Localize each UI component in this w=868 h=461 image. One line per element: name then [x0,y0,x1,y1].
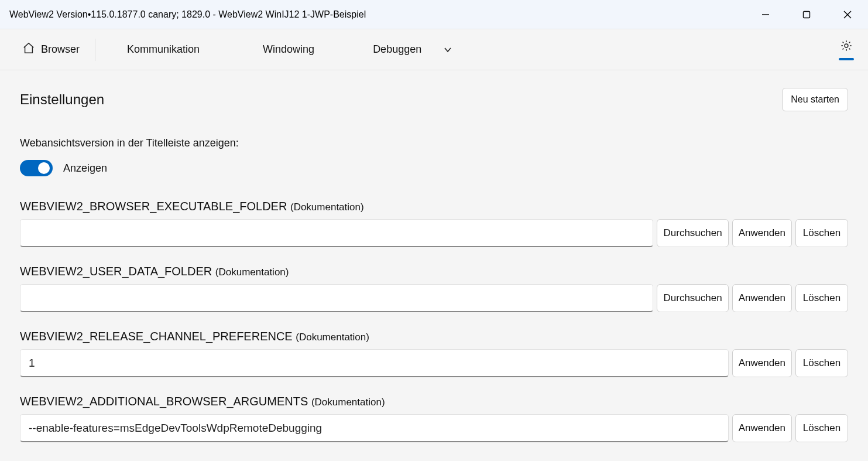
menu-separator [95,39,95,61]
restart-button[interactable]: Neu starten [782,88,848,111]
menu-kommunikation[interactable]: Kommunikation [99,29,228,70]
args-input[interactable] [20,414,729,442]
show-version-toggle-label: Anzeigen [63,162,107,175]
exe-folder-clear-button[interactable]: Löschen [795,219,848,247]
args-clear-button[interactable]: Löschen [795,414,848,442]
svg-rect-1 [804,11,810,18]
doc-link[interactable]: (Dokumentation) [290,202,364,213]
setting-args: WEBVIEW2_ADDITIONAL_BROWSER_ARGUMENTS (D… [20,395,848,442]
chevron-down-icon [444,46,452,54]
menu-kommunikation-label: Kommunikation [127,43,200,56]
user-data-clear-button[interactable]: Löschen [795,284,848,312]
doc-link[interactable]: (Dokumentation) [296,332,369,343]
page-title: Einstellungen [20,91,104,108]
setting-exe-folder-label: WEBVIEW2_BROWSER_EXECUTABLE_FOLDER [20,200,287,213]
show-version-label: Webansichtsversion in der Titelleiste an… [20,137,848,149]
minimize-button[interactable] [745,0,786,29]
release-clear-button[interactable]: Löschen [795,349,848,377]
titlebar: WebView2 Version•115.0.1877.0 canary; 18… [0,0,868,29]
svg-point-4 [845,44,848,47]
menu-debuggen-label: Debuggen [373,43,421,56]
release-input[interactable] [20,349,729,377]
gear-icon [840,39,853,54]
doc-link[interactable]: (Dokumentation) [311,397,385,408]
menu-browser-label: Browser [41,43,80,56]
close-button[interactable] [827,0,868,29]
user-data-browse-button[interactable]: Durchsuchen [657,284,728,312]
setting-args-label: WEBVIEW2_ADDITIONAL_BROWSER_ARGUMENTS [20,395,308,408]
menu-debuggen[interactable]: Debuggen [349,29,475,70]
home-icon [22,42,35,57]
user-data-input[interactable] [20,284,653,312]
menubar: Browser Kommunikation Windowing Debuggen [0,29,868,70]
exe-folder-browse-button[interactable]: Durchsuchen [657,219,728,247]
release-apply-button[interactable]: Anwenden [732,349,792,377]
menu-browser[interactable]: Browser [11,29,91,70]
window-controls [745,0,868,29]
menu-windowing-label: Windowing [263,43,314,56]
show-version-toggle[interactable] [20,160,53,176]
maximize-button[interactable] [786,0,827,29]
exe-folder-input[interactable] [20,219,653,247]
setting-exe-folder: WEBVIEW2_BROWSER_EXECUTABLE_FOLDER (Doku… [20,200,848,247]
setting-release-label: WEBVIEW2_RELEASE_CHANNEL_PREFERENCE [20,330,293,343]
setting-user-data: WEBVIEW2_USER_DATA_FOLDER (Dokumentation… [20,265,848,312]
user-data-apply-button[interactable]: Anwenden [732,284,792,312]
doc-link[interactable]: (Dokumentation) [215,267,289,278]
args-apply-button[interactable]: Anwenden [732,414,792,442]
active-tab-indicator [839,58,854,60]
setting-user-data-label: WEBVIEW2_USER_DATA_FOLDER [20,265,212,278]
setting-release: WEBVIEW2_RELEASE_CHANNEL_PREFERENCE (Dok… [20,330,848,377]
exe-folder-apply-button[interactable]: Anwenden [732,219,792,247]
settings-button[interactable] [839,39,857,60]
window-title: WebView2 Version•115.0.1877.0 canary; 18… [9,9,366,20]
content: Einstellungen Neu starten Webansichtsver… [0,70,868,461]
menu-windowing[interactable]: Windowing [228,29,349,70]
